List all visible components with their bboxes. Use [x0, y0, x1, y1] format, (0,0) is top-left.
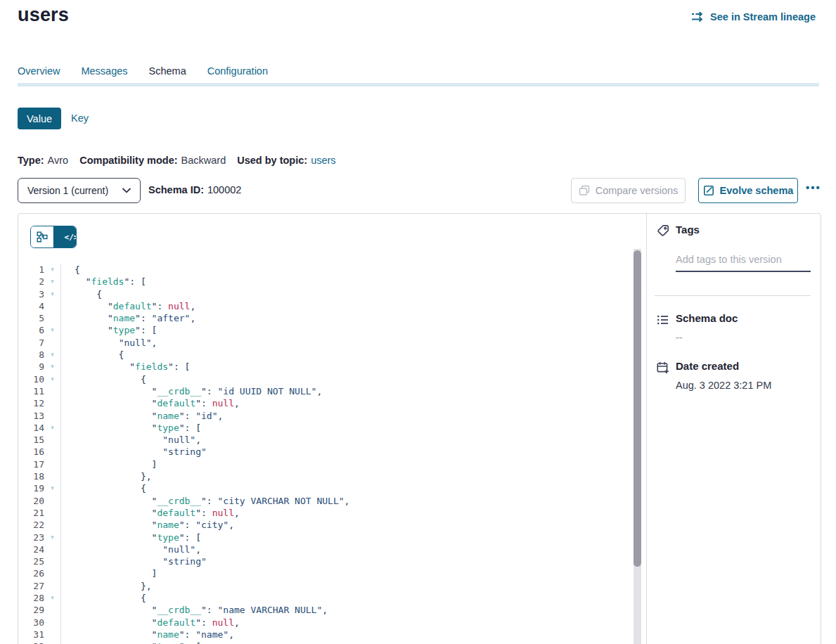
stream-lineage-link[interactable]: See in Stream lineage — [692, 11, 816, 22]
code-text: "default": null, — [60, 300, 634, 312]
code-view-button[interactable]: </> — [53, 226, 76, 247]
fold-arrow-icon[interactable]: ▾ — [44, 324, 60, 336]
schema-id-label: Schema ID: — [148, 184, 204, 195]
fold-arrow-icon[interactable]: ▾ — [44, 349, 60, 361]
code-text: "name": "id", — [60, 410, 634, 422]
line-number: 6 — [18, 324, 44, 336]
tab-overview[interactable]: Overview — [18, 63, 60, 83]
code-view-icon: </> — [65, 233, 77, 242]
line-number: 28 — [18, 592, 44, 604]
tab-underline — [18, 83, 819, 86]
line-number: 27 — [18, 580, 44, 592]
fold-arrow-icon[interactable]: ▾ — [44, 482, 60, 494]
line-number: 30 — [18, 617, 44, 629]
compare-versions-label: Compare versions — [596, 185, 679, 196]
schema-type: Type: Avro — [18, 155, 68, 166]
code-text: { — [60, 264, 634, 276]
tab-bar: Overview Messages Schema Configuration — [18, 63, 268, 83]
code-text: ] — [60, 567, 634, 579]
fold-arrow-icon[interactable]: ▾ — [44, 640, 60, 644]
evolve-schema-label: Evolve schema — [720, 185, 794, 196]
code-line: 29 "__crdb__": "name VARCHAR NULL", — [18, 604, 634, 616]
fold-arrow-icon[interactable]: ▾ — [44, 264, 60, 276]
code-line: 5 "name": "after", — [18, 312, 634, 324]
editor-scrollbar-track[interactable] — [634, 249, 641, 644]
fold-arrow-icon[interactable]: ▾ — [44, 592, 60, 604]
fold-spacer — [44, 567, 60, 579]
line-number: 9 — [18, 361, 44, 373]
tags-input[interactable]: Add tags to this version — [676, 247, 811, 272]
fold-arrow-icon[interactable]: ▾ — [44, 276, 60, 288]
schema-panel: </> 1▾{2▾ "fields": [3▾ {4 "default": nu… — [18, 213, 821, 644]
code-line: 2▾ "fields": [ — [18, 276, 634, 288]
evolve-schema-button[interactable]: Evolve schema — [698, 178, 798, 203]
editor-scrollbar-thumb[interactable] — [634, 250, 641, 567]
fold-spacer — [44, 337, 60, 349]
code-text: { — [60, 592, 634, 604]
code-text: "name": "city", — [60, 519, 634, 531]
code-line: 24 "null", — [18, 543, 634, 555]
fold-spacer — [44, 519, 60, 531]
code-text: "__crdb__": "id UUID NOT NULL", — [60, 385, 634, 397]
code-text: }, — [60, 470, 634, 482]
fold-spacer — [44, 458, 60, 470]
fold-arrow-icon[interactable]: ▾ — [44, 422, 60, 434]
fold-arrow-icon[interactable]: ▾ — [44, 373, 60, 385]
tree-view-button[interactable] — [31, 226, 53, 247]
version-dropdown[interactable]: Version 1 (current) — [18, 178, 141, 203]
code-line: 9▾ "fields": [ — [18, 361, 634, 373]
fold-spacer — [44, 629, 60, 640]
fold-arrow-icon[interactable]: ▾ — [44, 532, 60, 543]
line-number: 10 — [18, 373, 44, 385]
compare-versions-button[interactable]: Compare versions — [571, 178, 686, 203]
used-by-topic: Used by topic: users — [237, 155, 335, 166]
line-number: 19 — [18, 482, 44, 494]
line-number: 26 — [18, 567, 44, 579]
code-text: "default": null, — [60, 617, 634, 629]
line-number: 1 — [18, 264, 44, 276]
code-text: "type": [ — [60, 640, 634, 644]
code-text: "null", — [60, 337, 634, 349]
code-text: "string" — [60, 555, 634, 567]
code-line: 26 ] — [18, 567, 634, 579]
tab-schema[interactable]: Schema — [149, 63, 186, 83]
date-created-value: Aug. 3 2022 3:21 PM — [676, 380, 771, 391]
code-text: "type": [ — [60, 324, 634, 336]
code-text: }, — [60, 580, 634, 592]
line-number: 5 — [18, 312, 44, 324]
key-toggle-button[interactable]: Key — [71, 112, 89, 124]
compat-label: Compatibility mode: — [79, 155, 177, 166]
code-line: 17 ] — [18, 458, 634, 470]
panel-divider — [646, 214, 647, 644]
code-line: 27 }, — [18, 580, 634, 592]
code-text: "fields": [ — [60, 361, 634, 373]
code-line: 23▾ "type": [ — [18, 532, 634, 543]
code-line: 32▾ "type": [ — [18, 640, 634, 644]
type-label: Type: — [18, 155, 44, 166]
more-options-button[interactable]: ••• — [806, 181, 821, 193]
line-number: 29 — [18, 604, 44, 616]
date-created-heading: Date created — [676, 360, 739, 372]
code-text: { — [60, 288, 634, 300]
page-title: users — [18, 4, 69, 26]
line-number: 13 — [18, 410, 44, 422]
code-line: 1▾{ — [18, 264, 634, 276]
code-text: "default": null, — [60, 507, 634, 519]
code-text: "default": null, — [60, 397, 634, 409]
schema-doc-icon — [657, 314, 669, 326]
fold-arrow-icon[interactable]: ▾ — [44, 361, 60, 373]
code-line: 28▾ { — [18, 592, 634, 604]
tags-heading: Tags — [676, 224, 700, 236]
code-line: 3▾ { — [18, 288, 634, 300]
value-toggle-button[interactable]: Value — [18, 108, 61, 129]
fold-arrow-icon[interactable]: ▾ — [44, 288, 60, 300]
line-number: 12 — [18, 397, 44, 409]
code-text: "null", — [60, 434, 634, 446]
tab-messages[interactable]: Messages — [81, 63, 127, 83]
code-text: "name": "after", — [60, 312, 634, 324]
tab-configuration[interactable]: Configuration — [207, 63, 268, 83]
topic-link[interactable]: users — [311, 155, 335, 166]
code-line: 13 "name": "id", — [18, 410, 634, 422]
code-line: 31 "name": "name", — [18, 629, 634, 640]
code-line: 10▾ { — [18, 373, 634, 385]
